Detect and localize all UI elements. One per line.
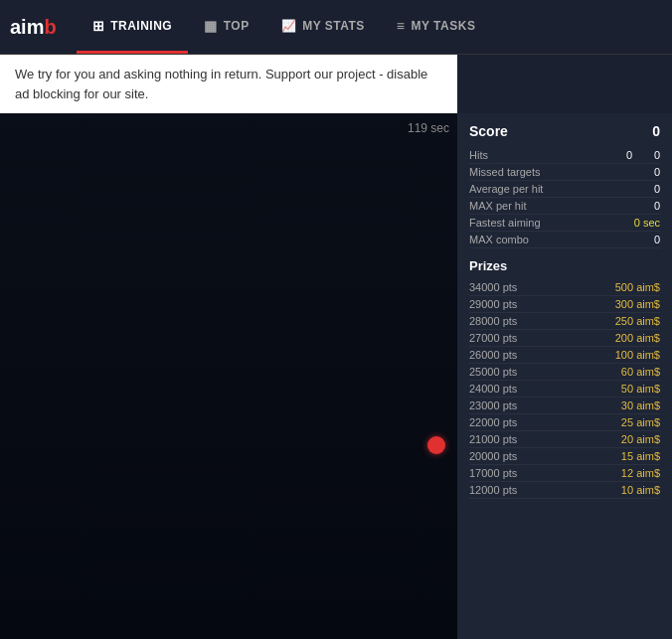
tab-my-tasks[interactable]: ≡ My Tasks: [381, 0, 492, 54]
prize-reward: 50 aim$: [621, 383, 660, 395]
missed-val: 0: [640, 166, 660, 178]
prize-row: 17000 pts12 aim$: [469, 465, 660, 482]
timer-display: 119 sec: [408, 121, 449, 135]
prize-pts: 23000 pts: [469, 399, 517, 411]
combo-val: 0: [640, 234, 660, 245]
max-label: MAX per hit: [469, 200, 526, 212]
prize-row: 34000 pts500 aim$: [469, 279, 660, 296]
score-label: Score: [469, 123, 508, 139]
prize-pts: 25000 pts: [469, 366, 517, 378]
fastest-val: 0 sec: [634, 217, 660, 229]
prize-row: 21000 pts20 aim$: [469, 431, 660, 448]
prize-pts: 20000 pts: [469, 450, 517, 462]
ad-banner: We try for you and asking nothing in ret…: [0, 55, 457, 113]
max-val: 0: [640, 200, 660, 212]
right-panel: Score 0 Hits 0 0 Missed targets 0 Averag…: [457, 113, 672, 639]
prize-reward: 200 aim$: [615, 332, 660, 344]
prize-pts: 27000 pts: [469, 332, 517, 344]
prizes-title: Prizes: [469, 258, 660, 273]
prize-row: 23000 pts30 aim$: [469, 398, 660, 414]
stat-row-combo: MAX combo 0: [469, 232, 660, 248]
nav-tabs: ⊞ Training ▦ Top 📈 My Stats ≡ My Tasks: [77, 0, 492, 54]
prize-row: 12000 pts10 aim$: [469, 482, 660, 499]
hits-values: 0 0: [612, 149, 660, 161]
app-logo: aimb: [10, 16, 57, 39]
prize-pts: 26000 pts: [469, 349, 517, 361]
main-area: 119 sec Score 0 Hits 0 0 Missed targets …: [0, 113, 672, 639]
prize-row: 28000 pts250 aim$: [469, 313, 660, 330]
logo-area: aimb: [10, 16, 57, 39]
score-row: Score 0: [469, 123, 660, 139]
avg-label: Average per hit: [469, 183, 543, 195]
prize-reward: 25 aim$: [621, 416, 660, 428]
prize-reward: 500 aim$: [615, 281, 660, 293]
game-area[interactable]: 119 sec: [0, 113, 457, 639]
prize-pts: 12000 pts: [469, 484, 517, 496]
tab-my-stats[interactable]: 📈 My Stats: [265, 0, 381, 54]
red-target[interactable]: [427, 436, 445, 454]
hits-label: Hits: [469, 149, 488, 161]
prize-pts: 24000 pts: [469, 383, 517, 395]
prize-pts: 22000 pts: [469, 416, 517, 428]
prize-row: 29000 pts300 aim$: [469, 296, 660, 313]
prize-pts: 29000 pts: [469, 298, 517, 310]
prize-row: 20000 pts15 aim$: [469, 448, 660, 465]
game-canvas[interactable]: 119 sec: [0, 113, 457, 639]
prize-reward: 60 aim$: [621, 366, 660, 378]
tab-top-label: Top: [224, 19, 250, 33]
tab-training-label: Training: [110, 19, 172, 33]
prize-reward: 15 aim$: [621, 450, 660, 462]
top-icon: ▦: [204, 18, 218, 34]
tab-training[interactable]: ⊞ Training: [77, 0, 189, 54]
training-icon: ⊞: [92, 18, 105, 34]
prize-row: 25000 pts60 aim$: [469, 364, 660, 381]
tab-my-stats-label: My Stats: [302, 19, 365, 33]
prize-reward: 300 aim$: [615, 298, 660, 310]
prize-pts: 34000 pts: [469, 281, 517, 293]
stats-icon: 📈: [281, 19, 297, 33]
avg-val: 0: [640, 183, 660, 195]
stat-row-hits: Hits 0 0: [469, 147, 660, 164]
combo-label: MAX combo: [469, 234, 529, 245]
prize-row: 26000 pts100 aim$: [469, 347, 660, 364]
stat-row-missed: Missed targets 0: [469, 164, 660, 181]
stat-row-avg: Average per hit 0: [469, 181, 660, 198]
prize-reward: 20 aim$: [621, 433, 660, 445]
prize-row: 24000 pts50 aim$: [469, 381, 660, 398]
hits-val1: 0: [612, 149, 632, 161]
tab-my-tasks-label: My Tasks: [411, 19, 475, 33]
prize-reward: 12 aim$: [621, 467, 660, 479]
prize-reward: 30 aim$: [621, 399, 660, 411]
fastest-label: Fastest aiming: [469, 217, 541, 229]
score-value: 0: [652, 123, 660, 139]
stat-row-fastest: Fastest aiming 0 sec: [469, 215, 660, 232]
tasks-icon: ≡: [397, 18, 406, 34]
stat-row-max: MAX per hit 0: [469, 198, 660, 215]
prizes-list: 34000 pts500 aim$29000 pts300 aim$28000 …: [469, 279, 660, 499]
prize-pts: 21000 pts: [469, 433, 517, 445]
prize-row: 22000 pts25 aim$: [469, 414, 660, 431]
hits-val2: 0: [640, 149, 660, 161]
app-header: aimb ⊞ Training ▦ Top 📈 My Stats ≡ My Ta…: [0, 0, 672, 55]
missed-label: Missed targets: [469, 166, 541, 178]
prize-reward: 10 aim$: [621, 484, 660, 496]
prize-reward: 250 aim$: [615, 315, 660, 327]
tab-top[interactable]: ▦ Top: [188, 0, 264, 54]
ad-text: We try for you and asking nothing in ret…: [15, 67, 427, 101]
prize-pts: 17000 pts: [469, 467, 517, 479]
prize-pts: 28000 pts: [469, 315, 517, 327]
prize-row: 27000 pts200 aim$: [469, 330, 660, 347]
prize-reward: 100 aim$: [615, 349, 660, 361]
